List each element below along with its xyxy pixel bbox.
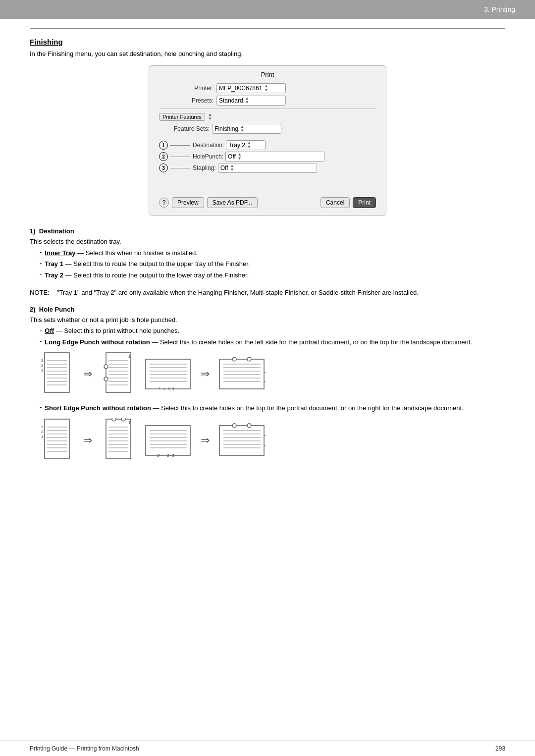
bullet-dash-2: - — [40, 259, 42, 267]
svg-point-71 — [112, 418, 116, 421]
dialog-title: Print — [149, 71, 386, 78]
stapling-row: 3 Stapling: Off ▲▼ — [159, 163, 376, 173]
bullet-dash-long: - — [40, 337, 42, 345]
printer-label: Printer: — [159, 85, 214, 92]
svg-text:2: 2 — [168, 387, 171, 391]
print-dialog: Print Printer: MFP_00C67861 ▲▼ Presets: … — [149, 65, 386, 216]
arrow-2: ⇒ — [201, 368, 210, 380]
svg-point-21 — [104, 365, 108, 369]
tray1-term: Tray 1 — [45, 260, 63, 268]
printer-input[interactable]: MFP_00C67861 ▲▼ — [216, 83, 286, 93]
holepunch-section: 2) Hole Punch This sets whether or not a… — [30, 306, 505, 463]
save-as-pdf-button[interactable]: Save As PDF... — [207, 197, 258, 208]
destination-input[interactable]: Tray 2 ▲▼ — [226, 140, 266, 150]
feature-sets-value: Finishing — [214, 125, 238, 132]
short-edge-diagram-row: 1 2 3 ⇒ — [40, 418, 505, 463]
presets-label: Presets: — [159, 97, 214, 104]
arrow-1: ⇒ — [83, 368, 92, 380]
landscape-before-svg: 2 1 3 — [145, 357, 192, 391]
short-portrait-after-group: 1 — [101, 418, 136, 463]
destination-row: 1 Destination: Tray 2 ▲▼ — [159, 140, 376, 150]
page-footer: Printing Guide — Printing from Macintosh… — [0, 741, 535, 756]
holepunch-value: Off — [228, 153, 236, 160]
short-landscape-before-group: 1 2 3 — [145, 423, 192, 458]
printer-features-stepper[interactable]: ▲▼ — [208, 113, 212, 121]
svg-point-22 — [104, 377, 108, 381]
cancel-button[interactable]: Cancel — [321, 197, 350, 208]
dash-1 — [170, 145, 190, 146]
off-desc: — Select this to print without hole punc… — [56, 327, 179, 334]
bullet-dash-3: - — [40, 270, 42, 278]
stapling-value: Off — [220, 164, 228, 171]
printer-features-button[interactable]: Printer Features — [159, 113, 205, 121]
svg-text:1: 1 — [163, 387, 166, 391]
destination-item-1: - Inner Tray — Select this when no finis… — [30, 248, 505, 258]
destination-number: 1) — [30, 227, 36, 235]
short-portrait-after-svg: 1 — [101, 418, 136, 463]
short-portrait-before-svg: 1 2 3 — [40, 418, 74, 463]
bullet-dash-1: - — [40, 248, 42, 256]
bullet-dash-off: - — [40, 326, 42, 333]
holepunch-number: 2) — [30, 306, 36, 313]
destination-title: Destination — [39, 227, 74, 235]
note-label: NOTE: — [30, 288, 57, 298]
svg-text:2: 2 — [167, 453, 169, 458]
print-button[interactable]: Print — [353, 197, 376, 208]
dialog-footer: ? Preview Save As PDF... Cancel Print — [149, 193, 386, 208]
landscape-before-group: 2 1 3 — [145, 357, 192, 391]
presets-row: Presets: Standard ▲▼ — [149, 96, 386, 106]
printer-value: MFP_00C67861 — [219, 85, 262, 92]
holepunch-intro: This sets whether or not a print job is … — [30, 315, 505, 325]
svg-rect-87 — [219, 426, 264, 455]
feature-sets-stepper[interactable]: ▲▼ — [240, 125, 244, 133]
destination-item-2: - Tray 1 — Select this to route the outp… — [30, 259, 505, 269]
holepunch-item-short: - Short Edge Punch without rotation — Se… — [30, 403, 505, 413]
svg-point-45 — [247, 357, 251, 361]
destination-item-3: - Tray 2 — Select this to route the outp… — [30, 270, 505, 280]
bullet-dash-short: - — [40, 403, 42, 411]
presets-stepper[interactable]: ▲▼ — [245, 97, 249, 105]
short-edge-term: Short Edge Punch without rotation — [45, 404, 151, 412]
svg-text:2: 2 — [41, 363, 44, 368]
short-landscape-after-svg — [218, 423, 266, 458]
svg-point-72 — [121, 418, 125, 421]
holepunch-stepper[interactable]: ▲▼ — [238, 153, 242, 161]
off-term: Off — [45, 327, 54, 334]
destination-item-1-text: Inner Tray — Select this when no finishe… — [45, 248, 198, 258]
tray2-desc: — Select this to route the output to the… — [65, 271, 249, 279]
footer-right: 293 — [495, 745, 505, 752]
svg-rect-0 — [45, 353, 69, 392]
inner-tray-desc: — Select this when no finisher is instal… — [77, 249, 198, 257]
destination-section-title: 1) Destination — [30, 227, 505, 235]
presets-value: Standard — [219, 97, 243, 104]
arrow-3: ⇒ — [83, 434, 92, 447]
tray1-desc: — Select this to route the output to the… — [65, 260, 250, 268]
destination-value: Tray 2 — [228, 142, 245, 149]
destination-stepper[interactable]: ▲▼ — [247, 141, 251, 149]
destination-item-3-text: Tray 2 — Select this to route the output… — [45, 270, 249, 280]
svg-text:2: 2 — [41, 430, 44, 434]
circle-3: 3 — [159, 163, 168, 172]
short-edge-desc: — Select this to create holes on the top… — [153, 404, 463, 412]
preview-button[interactable]: Preview — [172, 197, 204, 208]
dash-2 — [170, 157, 190, 157]
svg-point-94 — [232, 424, 236, 428]
stapling-input[interactable]: Off ▲▼ — [218, 163, 317, 173]
note-row: NOTE: "Tray 1" and "Tray 2" are only ava… — [30, 288, 505, 298]
help-button[interactable]: ? — [159, 198, 169, 208]
printer-stepper[interactable]: ▲▼ — [264, 84, 268, 92]
holepunch-label: HolePunch: — [193, 153, 223, 160]
holepunch-short-text: Short Edge Punch without rotation — Sele… — [45, 403, 463, 413]
svg-text:3: 3 — [172, 453, 174, 458]
presets-input[interactable]: Standard ▲▼ — [216, 96, 286, 106]
feature-sets-input[interactable]: Finishing ▲▼ — [212, 124, 281, 134]
destination-item-2-text: Tray 1 — Select this to route the output… — [45, 259, 250, 269]
note-text: "Tray 1" and "Tray 2" are only available… — [57, 288, 505, 298]
portrait-after-svg: 1 — [101, 352, 136, 396]
svg-text:3: 3 — [41, 358, 44, 363]
destination-label: Destination: — [193, 142, 224, 149]
stapling-stepper[interactable]: ▲▼ — [230, 164, 234, 172]
holepunch-input[interactable]: Off ▲▼ — [225, 152, 324, 162]
footer-left: Printing Guide — Printing from Macintosh — [30, 745, 139, 752]
printer-row: Printer: MFP_00C67861 ▲▼ — [149, 83, 386, 93]
